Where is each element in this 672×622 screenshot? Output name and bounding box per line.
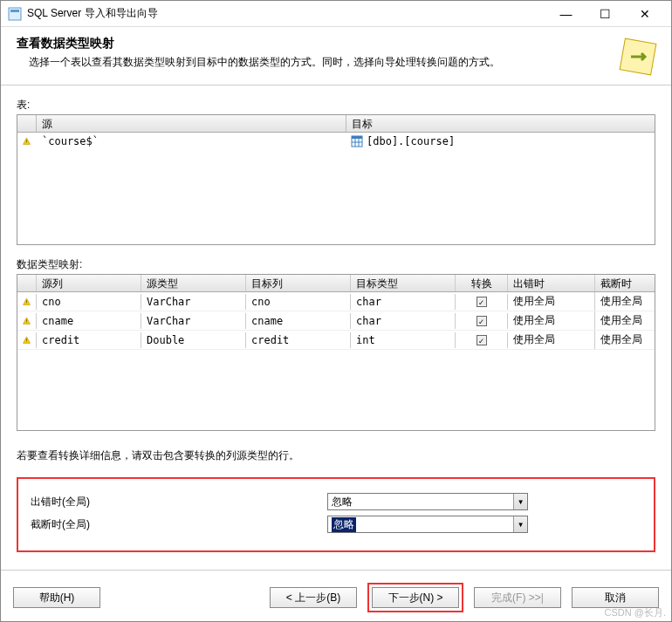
svg-text:!: !: [25, 139, 28, 144]
src-col-cell: cno: [37, 294, 141, 310]
svg-text:!: !: [25, 299, 28, 304]
tables-grid: 源 目标 ! `course$` [dbo].[course]: [17, 114, 655, 245]
tgt-type-cell: int: [351, 332, 456, 348]
tables-header-icon[interactable]: [17, 115, 37, 132]
on-err-cell: 使用全局: [508, 311, 595, 330]
on-trunc-cell: 使用全局: [595, 292, 655, 311]
hint-text: 若要查看转换详细信息，请双击包含要转换的列源类型的行。: [17, 448, 655, 463]
conv-cell: [456, 313, 508, 329]
on-trunc-global-label: 截断时(全局): [31, 517, 327, 532]
globals-highlight: 出错时(全局) 忽略 ▾ 截断时(全局) 忽略 ▾: [17, 477, 655, 552]
chevron-down-icon[interactable]: ▾: [513, 516, 527, 532]
mapping-header-err[interactable]: 出错时: [508, 275, 595, 291]
page-subtitle: 选择一个表以查看其数据类型映射到目标中的数据类型的方式。同时，选择向导处理转换问…: [29, 55, 617, 70]
maximize-button[interactable]: ☐: [586, 2, 625, 26]
mapping-row[interactable]: ! cno VarChar cno char 使用全局 使用全局: [17, 292, 655, 311]
warning-icon: !: [17, 313, 37, 329]
tables-label: 表:: [17, 98, 655, 113]
convert-checkbox: [477, 316, 487, 326]
app-icon: [8, 7, 22, 21]
svg-rect-1: [10, 10, 19, 12]
conv-cell: [456, 332, 508, 348]
warning-icon: !: [17, 294, 37, 310]
mapping-grid[interactable]: 源列 源类型 目标列 目标类型 转换 出错时 截断时 ! cno VarChar…: [17, 274, 655, 431]
tables-header-target[interactable]: 目标: [346, 115, 655, 132]
finish-button: 完成(F) >>|: [474, 587, 561, 608]
on-error-global-combo[interactable]: 忽略 ▾: [327, 493, 528, 510]
src-type-cell: Double: [141, 332, 246, 348]
chevron-down-icon[interactable]: ▾: [513, 494, 527, 509]
mapping-row[interactable]: ! cname VarChar cname char 使用全局 使用全局: [17, 311, 655, 331]
wizard-header: 查看数据类型映射 选择一个表以查看其数据类型映射到目标中的数据类型的方式。同时，…: [1, 27, 671, 85]
page-title: 查看数据类型映射: [17, 36, 617, 51]
src-col-cell: cname: [37, 313, 141, 329]
help-button[interactable]: 帮助(H): [13, 587, 100, 608]
mapping-header-tgttype[interactable]: 目标类型: [351, 275, 456, 291]
wizard-footer: 帮助(H) < 上一步(B) 下一步(N) > 完成(F) >>| 取消: [1, 578, 671, 621]
on-error-global-value: 忽略: [332, 495, 353, 509]
warning-icon: !: [17, 332, 37, 348]
close-button[interactable]: ✕: [625, 2, 664, 26]
tgt-col-cell: cname: [246, 313, 351, 329]
source-table-cell: `course$`: [37, 134, 346, 148]
on-trunc-global-value: 忽略: [332, 517, 356, 532]
tables-header-source[interactable]: 源: [37, 115, 346, 132]
tgt-col-cell: cno: [246, 294, 351, 310]
next-highlight: 下一步(N) >: [367, 583, 463, 612]
mapping-header-trunc[interactable]: 截断时: [595, 275, 655, 291]
mapping-header-icon[interactable]: [17, 275, 37, 291]
mapping-label: 数据类型映射:: [17, 257, 655, 272]
titlebar: SQL Server 导入和导出向导 — ☐ ✕: [1, 1, 671, 27]
conv-cell: [456, 294, 508, 310]
svg-text:!: !: [25, 338, 28, 343]
on-err-cell: 使用全局: [508, 292, 595, 311]
tgt-type-cell: char: [351, 294, 456, 310]
mapping-header-srccol[interactable]: 源列: [37, 275, 141, 291]
src-type-cell: VarChar: [141, 313, 246, 329]
convert-checkbox: [477, 335, 487, 345]
tgt-col-cell: credit: [246, 332, 351, 348]
window-title: SQL Server 导入和导出向导: [27, 6, 546, 21]
mapping-header-conv[interactable]: 转换: [456, 275, 508, 291]
mapping-header-tgtcol[interactable]: 目标列: [246, 275, 351, 291]
cancel-button[interactable]: 取消: [572, 587, 659, 608]
mapping-header-srctype[interactable]: 源类型: [141, 275, 246, 291]
warning-icon: !: [17, 134, 37, 148]
minimize-button[interactable]: —: [546, 2, 586, 26]
back-button[interactable]: < 上一步(B): [270, 587, 357, 608]
next-button[interactable]: 下一步(N) >: [372, 587, 459, 608]
table-row[interactable]: ! `course$` [dbo].[course]: [17, 133, 655, 150]
on-err-cell: 使用全局: [508, 331, 595, 349]
src-type-cell: VarChar: [141, 294, 246, 310]
convert-checkbox: [477, 297, 487, 307]
svg-rect-6: [352, 136, 362, 139]
src-col-cell: credit: [37, 332, 141, 348]
on-trunc-cell: 使用全局: [595, 311, 655, 330]
watermark: CSDN @长月.: [605, 606, 666, 619]
svg-text:!: !: [25, 318, 28, 324]
table-icon: [351, 135, 363, 147]
target-table-cell: [dbo].[course]: [367, 135, 455, 147]
on-error-global-label: 出错时(全局): [31, 495, 327, 509]
on-trunc-global-combo[interactable]: 忽略 ▾: [327, 516, 528, 533]
tgt-type-cell: char: [351, 313, 456, 329]
mapping-row[interactable]: ! credit Double credit int 使用全局 使用全局: [17, 331, 655, 350]
on-trunc-cell: 使用全局: [595, 331, 655, 349]
wizard-icon: [617, 36, 659, 78]
